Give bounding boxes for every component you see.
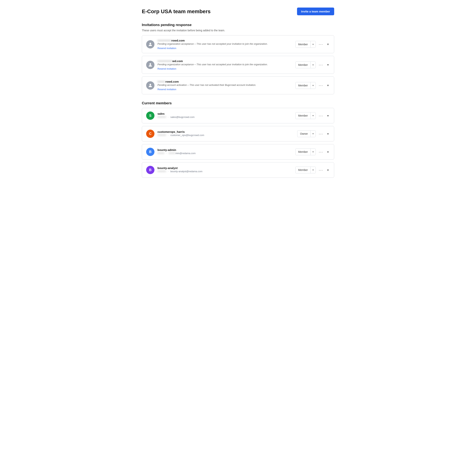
pending-member-email-1: ••••••••••••••rowd.com (157, 39, 292, 42)
chevron-down-icon-bounty-admin[interactable]: ▾ (311, 149, 315, 155)
current-member-info-customerops: customerops_harris •••••••••• · customer… (157, 130, 294, 137)
svg-point-2 (150, 84, 151, 86)
avatar-pending-1 (146, 40, 154, 49)
current-member-controls-bounty-admin: Member ▾ ··· ▾ (295, 148, 330, 155)
pending-member-info-3: ••••••••rowd.com Pending account activat… (157, 80, 292, 91)
pending-section-subtitle: These users must accept the invitation b… (142, 29, 334, 32)
current-member-email-bounty-admin: min@redama.com (176, 152, 196, 155)
role-dropdown-bounty-analyst[interactable]: Member ▾ (295, 167, 316, 173)
resend-invitation-link-2[interactable]: Resend invitation (157, 67, 176, 70)
avatar-pending-2 (146, 61, 154, 69)
pending-member-controls-1: Member ▾ ··· ▾ (295, 41, 330, 48)
role-dropdown-sales[interactable]: Member ▾ (295, 112, 316, 119)
avatar-customerops: C (146, 130, 154, 138)
role-label-pending-1: Member (296, 41, 311, 48)
current-member-controls-customerops: Owner ▾ ··· ▾ (297, 130, 330, 137)
current-member-email-row-customerops: •••••••••• · customer_ops@bugcrowd.com (157, 134, 294, 137)
pending-member-status-1: Pending organization acceptance – This u… (157, 43, 292, 45)
pending-member-card-3: ••••••••rowd.com Pending account activat… (142, 76, 334, 94)
expand-button-pending-1[interactable]: ▾ (326, 42, 330, 47)
current-member-name-bounty-analyst: bounty-analyst (157, 166, 292, 170)
avatar-pending-3 (146, 81, 154, 90)
role-dropdown-pending-2[interactable]: Member ▾ (295, 61, 316, 68)
pending-member-controls-3: Member ▾ ··· ▾ (295, 82, 330, 89)
expand-button-pending-3[interactable]: ▾ (326, 83, 330, 88)
svg-point-0 (150, 43, 151, 44)
resend-invitation-link-1[interactable]: Resend invitation (157, 47, 176, 50)
current-member-email-customerops: customer_ops@bugcrowd.com (170, 134, 204, 137)
current-member-card-sales: S sales •••••••••• · sales@bugcrowd.com … (142, 108, 334, 123)
more-options-button-pending-2[interactable]: ··· (318, 62, 324, 68)
expand-button-bounty-analyst[interactable]: ▾ (326, 167, 330, 173)
current-member-card-bounty-analyst: B bounty-analyst •••••••••• · bounty-ana… (142, 162, 334, 178)
role-dropdown-bounty-admin[interactable]: Member ▾ (295, 148, 316, 155)
pending-member-email-3: ••••••••rowd.com (157, 80, 292, 83)
role-label-customerops: Owner (298, 130, 311, 137)
current-member-card-bounty-admin: B bounty-admin •••••••• · ••••••••min@re… (142, 144, 334, 160)
role-label-bounty-analyst: Member (296, 167, 311, 173)
more-options-button-pending-1[interactable]: ··· (318, 41, 324, 47)
avatar-bounty-analyst: B (146, 166, 154, 174)
current-member-card-customerops: C customerops_harris •••••••••• · custom… (142, 126, 334, 141)
invite-team-member-button[interactable]: Invite a team member (297, 8, 334, 15)
current-member-email-row-bounty-analyst: •••••••••• · bounty-analyst@redama.com (157, 170, 292, 173)
pending-member-card-1: ••••••••••••••rowd.com Pending organizat… (142, 35, 334, 53)
expand-button-customerops[interactable]: ▾ (326, 131, 330, 136)
chevron-down-icon-sales[interactable]: ▾ (311, 112, 315, 119)
current-member-info-sales: sales •••••••••• · sales@bugcrowd.com (157, 112, 292, 119)
svg-point-1 (150, 63, 151, 65)
role-label-pending-3: Member (296, 82, 311, 89)
chevron-down-icon-pending-3[interactable]: ▾ (311, 82, 315, 89)
avatar-bounty-admin: B (146, 148, 154, 156)
chevron-down-icon-bounty-analyst[interactable]: ▾ (311, 167, 315, 173)
avatar-sales: S (146, 112, 154, 120)
pending-member-status-3: Pending account activation – This user h… (157, 84, 292, 86)
chevron-down-icon-customerops[interactable]: ▾ (311, 130, 315, 137)
role-dropdown-pending-1[interactable]: Member ▾ (295, 41, 316, 48)
role-label-sales: Member (296, 112, 311, 119)
role-dropdown-customerops[interactable]: Owner ▾ (297, 130, 316, 137)
current-members-section: Current members S sales •••••••••• · sal… (142, 101, 334, 178)
current-member-email-row-bounty-admin: •••••••• · ••••••••min@redama.com (157, 152, 292, 155)
more-options-button-pending-3[interactable]: ··· (318, 82, 324, 88)
expand-button-bounty-admin[interactable]: ▾ (326, 149, 330, 155)
pending-member-email-2: •••••••••••••••wd.com (157, 60, 292, 63)
current-member-name-bounty-admin: bounty-admin (157, 148, 292, 151)
expand-button-sales[interactable]: ▾ (326, 113, 330, 118)
role-label-pending-2: Member (296, 62, 311, 68)
pending-section-title: Invitations pending response (142, 23, 334, 27)
expand-button-pending-2[interactable]: ▾ (326, 62, 330, 67)
current-member-email-sales: sales@bugcrowd.com (170, 116, 195, 119)
current-member-info-bounty-analyst: bounty-analyst •••••••••• · bounty-analy… (157, 166, 292, 173)
current-section-title: Current members (142, 101, 334, 105)
resend-invitation-link-3[interactable]: Resend invitation (157, 88, 176, 91)
chevron-down-icon-pending-2[interactable]: ▾ (311, 62, 315, 68)
pending-member-controls-2: Member ▾ ··· ▾ (295, 61, 330, 68)
current-member-name-customerops: customerops_harris (157, 130, 294, 133)
chevron-down-icon-pending-1[interactable]: ▾ (311, 41, 315, 48)
current-member-controls-sales: Member ▾ ··· ▾ (295, 112, 330, 119)
current-member-info-bounty-admin: bounty-admin •••••••• · ••••••••min@reda… (157, 148, 292, 156)
pending-invitations-section: Invitations pending response These users… (142, 23, 334, 94)
current-member-email-row-sales: •••••••••• · sales@bugcrowd.com (157, 116, 292, 119)
current-member-name-sales: sales (157, 112, 292, 115)
page-header: E-Corp USA team members Invite a team me… (142, 8, 334, 15)
current-member-email-bounty-analyst: bounty-analyst@redama.com (170, 170, 202, 173)
page-title: E-Corp USA team members (142, 9, 211, 15)
role-dropdown-pending-3[interactable]: Member ▾ (295, 82, 316, 89)
more-options-button-bounty-admin[interactable]: ··· (318, 149, 324, 155)
current-member-controls-bounty-analyst: Member ▾ ··· ▾ (295, 167, 330, 173)
pending-member-info-1: ••••••••••••••rowd.com Pending organizat… (157, 39, 292, 50)
pending-member-status-2: Pending organization acceptance – This u… (157, 63, 292, 66)
pending-member-info-2: •••••••••••••••wd.com Pending organizati… (157, 60, 292, 70)
role-label-bounty-admin: Member (296, 149, 311, 155)
more-options-button-bounty-analyst[interactable]: ··· (318, 167, 324, 173)
more-options-button-sales[interactable]: ··· (318, 113, 324, 119)
pending-member-card-2: •••••••••••••••wd.com Pending organizati… (142, 56, 334, 74)
more-options-button-customerops[interactable]: ··· (318, 131, 324, 137)
